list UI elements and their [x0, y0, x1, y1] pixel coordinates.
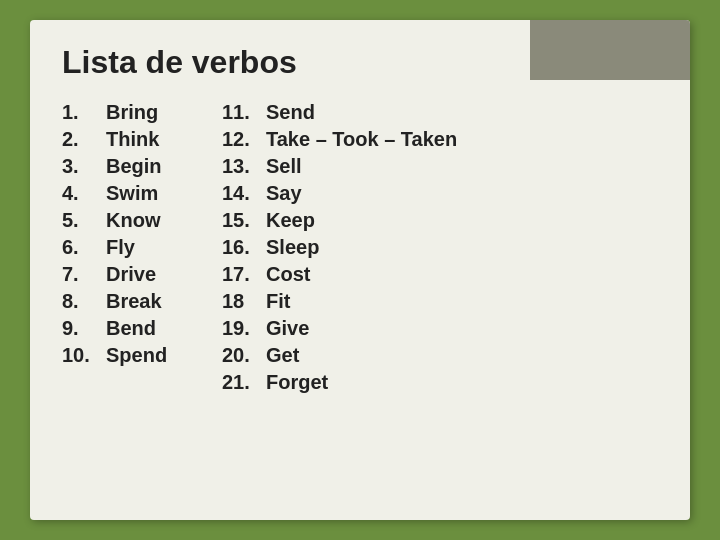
item-word: Send — [266, 101, 315, 124]
item-number: 1. — [62, 101, 106, 124]
item-word: Swim — [106, 182, 158, 205]
item-word: Drive — [106, 263, 156, 286]
list-item: 10.Spend — [62, 344, 222, 367]
item-number: 13. — [222, 155, 266, 178]
item-word: Fly — [106, 236, 135, 259]
item-word: Begin — [106, 155, 162, 178]
item-word: Cost — [266, 263, 310, 286]
item-word: Bend — [106, 317, 156, 340]
item-number: 19. — [222, 317, 266, 340]
item-number: 14. — [222, 182, 266, 205]
grey-decoration — [530, 20, 690, 80]
item-number: 16. — [222, 236, 266, 259]
item-word: Bring — [106, 101, 158, 124]
content-card: Lista de verbos 1.Bring2.Think3.Begin4.S… — [30, 20, 690, 520]
list-item: 19.Give — [222, 317, 658, 340]
item-number: 7. — [62, 263, 106, 286]
list-item: 8.Break — [62, 290, 222, 313]
list-item: 12.Take – Took – Taken — [222, 128, 658, 151]
list-item: 11.Send — [222, 101, 658, 124]
item-number: 11. — [222, 101, 266, 124]
list-item: 3.Begin — [62, 155, 222, 178]
list-item: 7.Drive — [62, 263, 222, 286]
list-item: 13.Sell — [222, 155, 658, 178]
item-word: Fit — [266, 290, 290, 313]
item-word: Give — [266, 317, 309, 340]
item-word: Sell — [266, 155, 302, 178]
item-number: 10. — [62, 344, 106, 367]
list-item: 21.Forget — [222, 371, 658, 394]
item-word: Know — [106, 209, 160, 232]
list-item: 6.Fly — [62, 236, 222, 259]
item-word: Break — [106, 290, 162, 313]
item-number: 4. — [62, 182, 106, 205]
item-number: 20. — [222, 344, 266, 367]
item-word: Sleep — [266, 236, 319, 259]
list-item: 5.Know — [62, 209, 222, 232]
list-item: 4.Swim — [62, 182, 222, 205]
item-number: 3. — [62, 155, 106, 178]
list-item: 2.Think — [62, 128, 222, 151]
item-number: 8. — [62, 290, 106, 313]
item-number: 5. — [62, 209, 106, 232]
item-number: 9. — [62, 317, 106, 340]
list-item: 9.Bend — [62, 317, 222, 340]
list-item: 17.Cost — [222, 263, 658, 286]
item-word: Say — [266, 182, 302, 205]
list-item: 15.Keep — [222, 209, 658, 232]
item-word: Take – Took – Taken — [266, 128, 457, 151]
item-number: 2. — [62, 128, 106, 151]
list-item: 1.Bring — [62, 101, 222, 124]
verb-lists: 1.Bring2.Think3.Begin4.Swim5.Know6.Fly7.… — [62, 101, 658, 394]
item-word: Get — [266, 344, 299, 367]
page-background: Lista de verbos 1.Bring2.Think3.Begin4.S… — [0, 0, 720, 540]
item-number: 21. — [222, 371, 266, 394]
left-verb-list: 1.Bring2.Think3.Begin4.Swim5.Know6.Fly7.… — [62, 101, 222, 394]
list-item: 16.Sleep — [222, 236, 658, 259]
item-number: 6. — [62, 236, 106, 259]
item-number: 12. — [222, 128, 266, 151]
list-item: 14.Say — [222, 182, 658, 205]
item-word: Keep — [266, 209, 315, 232]
list-item: 20.Get — [222, 344, 658, 367]
item-word: Spend — [106, 344, 167, 367]
item-word: Forget — [266, 371, 328, 394]
item-word: Think — [106, 128, 159, 151]
item-number: 17. — [222, 263, 266, 286]
item-number: 15. — [222, 209, 266, 232]
list-item: 18Fit — [222, 290, 658, 313]
right-verb-list: 11.Send12.Take – Took – Taken13.Sell14.S… — [222, 101, 658, 394]
item-number: 18 — [222, 290, 266, 313]
